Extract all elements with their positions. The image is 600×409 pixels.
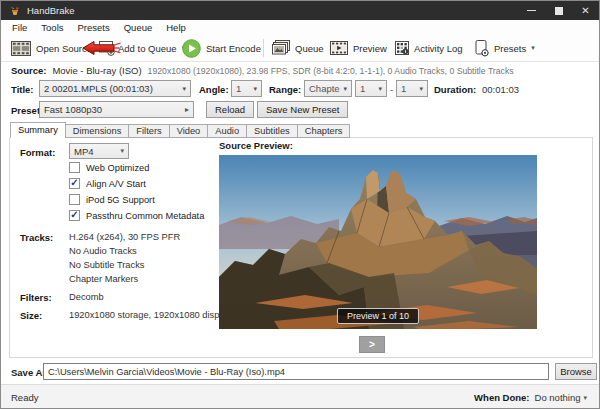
web-optimized-checkbox[interactable]: ✓ [69,162,80,173]
presets-label: Presets [494,43,526,54]
tab-filters[interactable]: Filters [128,124,169,138]
menu-help[interactable]: Help [159,22,193,33]
save-as-input[interactable] [43,363,549,380]
ipod-row: ✓ iPod 5G Support [69,194,155,205]
add-to-queue-label: Add to Queue [118,43,177,54]
filters-label: Filters: [20,292,52,303]
ipod-checkbox[interactable]: ✓ [69,194,80,205]
source-label: Source: [11,65,46,76]
when-done-label: When Done: [474,392,529,403]
maximize-icon [555,7,563,15]
queue-stack-icon [272,40,290,56]
tab-summary[interactable]: Summary [10,122,66,138]
size-label: Size: [20,310,42,321]
toolbar: Open Source Add to Queue ▾ [1,35,599,62]
preset-select[interactable]: Fast 1080p30 ▸ [39,101,194,118]
annotation-arrow-icon [82,39,122,57]
activity-log-button[interactable]: Activity Log [395,35,463,61]
tabstrip: Summary Dimensions Filters Video Audio S… [11,122,350,138]
align-av-row: ✓ Align A/V Start [69,178,146,189]
tracks-chapters: Chapter Markers [69,274,138,284]
tab-video[interactable]: Video [169,124,209,138]
passthru-checkbox[interactable]: ✓ [69,210,80,221]
save-new-preset-button[interactable]: Save New Preset [257,101,348,118]
size-value: 1920x1080 storage, 1920x1080 display [69,310,231,320]
range-dash: - [390,84,393,95]
title-label: Title: [11,84,34,95]
maximize-button[interactable] [545,1,572,20]
add-to-queue-button[interactable]: Add to Queue ▾ [118,35,185,61]
activity-log-label: Activity Log [414,43,463,54]
open-source-button[interactable]: Open Source [11,35,92,61]
duration-label: Duration: [434,84,476,95]
check-icon: ✓ [70,210,78,220]
tab-chapters[interactable]: Chapters [297,124,351,138]
next-preview-button[interactable]: > [359,336,385,353]
browse-button[interactable]: Browse [555,363,597,380]
menu-tools[interactable]: Tools [34,22,70,33]
source-info-row: Source: Movie - Blu-ray (ISO) 1920x1080 … [11,65,514,76]
preview-film-icon [330,41,348,55]
menu-file[interactable]: File [5,22,34,33]
passthru-row: ✓ Passthru Common Metadata [69,210,204,221]
range-to-select[interactable]: 1 ▾ [396,80,428,97]
tab-audio[interactable]: Audio [207,124,247,138]
menu-queue[interactable]: Queue [117,22,160,33]
format-label: Format: [20,147,55,158]
play-icon [182,39,201,58]
close-button[interactable]: ✕ [572,1,599,20]
minimize-icon [527,10,536,11]
check-icon: ✓ [70,178,78,188]
title-select[interactable]: 2 00201.MPLS (00:01:03) ▾ [39,80,191,97]
web-optimized-row: ✓ Web Optimized [69,162,149,173]
status-text: Ready [11,392,38,403]
chevron-down-icon: ▾ [583,394,587,402]
source-preview-label: Source Preview: [219,140,293,151]
range-label: Range: [269,84,301,95]
duration-value: 00:01:03 [482,84,519,95]
handbrake-logo-icon [9,5,21,17]
source-preview-image: Preview 1 of 10 [219,155,537,329]
handbrake-window: HandBrake ✕ File Tools Presets Queue Hel… [0,0,600,409]
queue-label: Queue [295,43,324,54]
preview-label: Preview [353,43,387,54]
tracks-label: Tracks: [20,232,53,243]
format-select[interactable]: MP4 ▾ [69,143,129,159]
tracks-audio: No Audio Tracks [69,246,137,256]
chevron-down-icon: ▾ [253,85,257,93]
preset-expand-icon: ▸ [185,105,189,114]
range-from-select[interactable]: 1 ▾ [355,80,387,97]
reload-button[interactable]: Reload [206,101,254,118]
tab-subtitles[interactable]: Subtitles [246,124,298,138]
angle-label: Angle: [199,84,229,95]
window-title: HandBrake [27,5,75,16]
tracks-subtitles: No Subtitle Tracks [69,260,144,270]
mountain-preview-image [219,155,537,329]
statusbar: Ready When Done: Do nothing ▾ [1,384,599,409]
close-icon: ✕ [581,6,589,16]
tab-dimensions[interactable]: Dimensions [65,124,130,138]
queue-button[interactable]: Queue [272,35,324,61]
web-optimized-label: Web Optimized [86,163,149,173]
source-details: 1920x1080 (1920x1080), 23.98 FPS, SDR (8… [148,66,514,76]
ipod-label: iPod 5G Support [86,195,155,205]
chevron-down-icon: ▾ [378,85,382,93]
start-encode-button[interactable]: Start Encode [182,35,261,61]
activity-log-icon [395,41,409,55]
tracks-video: H.264 (x264), 30 FPS PFR [69,232,180,242]
angle-select[interactable]: 1 ▾ [231,80,262,97]
align-av-label: Align A/V Start [86,179,146,189]
menu-presets[interactable]: Presets [71,22,117,33]
chevron-down-icon: ▾ [419,85,423,93]
preview-button[interactable]: Preview [330,35,387,61]
toolbar-separator [263,39,264,57]
passthru-label: Passthru Common Metadata [86,211,204,221]
presets-button[interactable]: Presets ▾ [475,35,535,61]
when-done-select[interactable]: Do nothing ▾ [535,392,587,403]
range-type-select[interactable]: Chapters ▾ [304,80,352,97]
filters-value: Decomb [69,292,104,302]
film-strip-icon [11,41,31,56]
presets-page-icon [475,40,489,57]
minimize-button[interactable] [518,1,545,20]
align-av-checkbox[interactable]: ✓ [69,178,80,189]
